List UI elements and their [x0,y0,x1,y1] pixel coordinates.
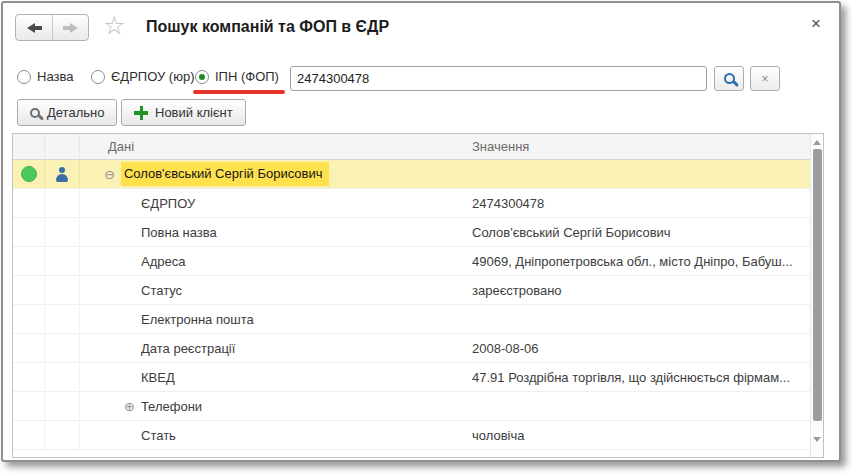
details-button-label: Детально [47,105,104,120]
radio-nazva[interactable]: Назва [17,69,73,84]
table-row[interactable]: Електронна пошта [13,305,810,334]
table-filler [13,450,810,458]
scrollbar-thumb[interactable] [813,149,822,421]
value-cell: Солов'євський Сергій Борисович [464,218,810,246]
person-icon [55,167,69,182]
new-client-button[interactable]: Новий клієнт [121,99,246,126]
radio-circle-icon [17,70,31,84]
field-label: Стать [80,421,464,449]
table-row[interactable]: ЄДРПОУ 2474300478 [13,189,810,218]
table-row[interactable]: Стать чоловіча [13,421,810,450]
table-row[interactable]: ⊕ Телефони [13,392,810,421]
forward-button[interactable] [52,15,88,40]
radio-edrpou-label: ЄДРПОУ (юр) [111,69,195,84]
app-window: ☆ Пошук компаній та ФОП в ЄДР × Назва ЄД… [1,1,841,462]
table-header-row: Дані Значення [13,134,810,160]
radio-ipn[interactable]: ІПН (ФОП) [195,69,279,84]
field-label: Повна назва [80,218,464,246]
plus-icon [134,106,148,120]
column-header-data: Дані [80,134,464,159]
table-row[interactable]: Повна назва Солов'євський Сергій Борисов… [13,218,810,247]
vertical-scrollbar[interactable] [810,134,823,457]
radio-edrpou[interactable]: ЄДРПОУ (юр) [91,69,195,84]
close-icon[interactable]: × [805,13,827,35]
results-table: Дані Значення ⊖ Солов'євський Сергій Бор… [12,133,824,458]
selected-cell-text: Солов'євський Сергій Борисович [121,162,329,186]
field-label: ЄДРПОУ [80,189,464,217]
value-cell: зареєстровано [464,276,810,304]
status-green-icon [21,166,37,182]
value-cell [464,392,810,420]
value-cell: чоловіча [464,421,810,449]
field-label: Дата реєстрації [80,334,464,362]
radio-circle-icon [91,70,105,84]
icon-column-header [45,134,80,159]
details-button[interactable]: Детально [17,99,117,126]
table-row[interactable]: Адреса 49069, Дніпропетровська обл., міс… [13,247,810,276]
field-label: Статус [80,276,464,304]
page-title: Пошук компаній та ФОП в ЄДР [146,18,389,36]
search-icon [724,73,735,84]
clear-icon: × [761,72,768,86]
nav-button-group [15,14,89,41]
magnifier-icon [30,108,40,118]
search-button[interactable] [714,66,744,91]
expand-icon[interactable]: ⊕ [124,400,135,413]
value-cell [464,160,810,188]
field-label: КВЕД [80,363,464,391]
value-cell: 47.91 Роздрібна торгівля, що здійснюєтьс… [464,363,810,391]
field-label: Адреса [80,247,464,275]
value-cell [464,305,810,333]
status-cell [13,160,45,188]
status-column-header [13,134,45,159]
tree-node-cell: ⊖ Солов'євський Сергій Борисович [80,160,464,188]
value-cell: 49069, Дніпропетровська обл., місто Дніп… [464,247,810,275]
table-row[interactable]: Статус зареєстровано [13,276,810,305]
back-arrow-icon [27,23,42,33]
value-cell: 2474300478 [464,189,810,217]
icon-cell [45,160,80,188]
back-button[interactable] [16,15,52,40]
field-label: Телефони [141,399,202,414]
scroll-up-icon[interactable] [811,136,823,148]
radio-nazva-label: Назва [37,69,73,84]
tree-group-cell: ⊕ Телефони [80,392,464,420]
field-label: Електронна пошта [80,305,464,333]
table-row[interactable]: КВЕД 47.91 Роздрібна торгівля, що здійсн… [13,363,810,392]
clear-button[interactable]: × [750,66,780,91]
value-cell: 2008-08-06 [464,334,810,362]
favorite-star-icon[interactable]: ☆ [103,11,125,40]
forward-arrow-icon [63,23,78,33]
column-header-value: Значення [464,134,810,159]
collapse-icon[interactable]: ⊖ [104,168,115,181]
radio-selected-icon [195,70,209,84]
table-row[interactable]: Дата реєстрації 2008-08-06 [13,334,810,363]
search-input[interactable] [290,66,707,91]
scroll-down-icon[interactable] [811,433,823,445]
radio-ipn-label: ІПН (ФОП) [215,69,279,84]
table-row[interactable]: ⊖ Солов'євський Сергій Борисович [13,160,810,189]
ipn-underline-annotation [193,90,285,94]
new-client-button-label: Новий клієнт [155,105,233,120]
